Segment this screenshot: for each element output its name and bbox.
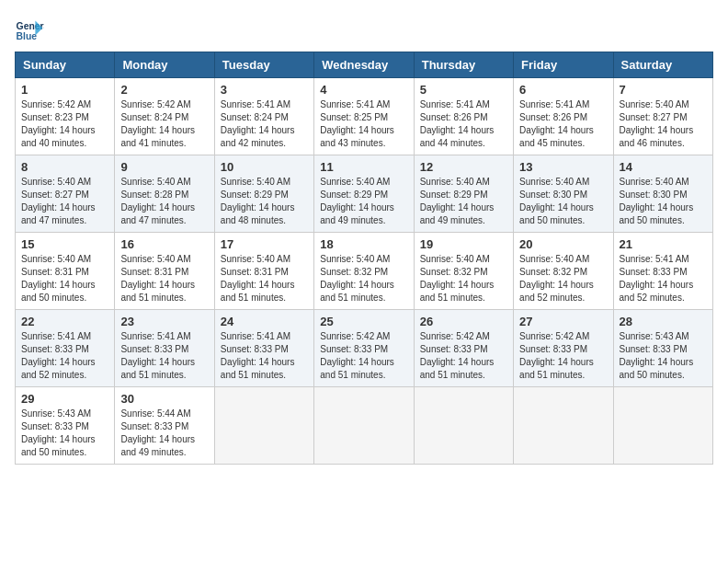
day-info: Sunrise: 5:40 AMSunset: 8:30 PMDaylight:…	[620, 177, 694, 225]
calendar-week-row: 15Sunrise: 5:40 AMSunset: 8:31 PMDayligh…	[16, 233, 713, 310]
weekday-header: Tuesday	[214, 52, 313, 78]
day-number: 5	[420, 83, 507, 97]
day-info: Sunrise: 5:40 AMSunset: 8:27 PMDaylight:…	[21, 177, 96, 225]
day-number: 20	[519, 237, 607, 251]
calendar-cell: 20Sunrise: 5:40 AMSunset: 8:32 PMDayligh…	[514, 233, 613, 310]
calendar-cell	[613, 387, 712, 465]
day-number: 10	[221, 160, 308, 174]
day-number: 1	[21, 83, 108, 97]
day-info: Sunrise: 5:41 AMSunset: 8:33 PMDaylight:…	[620, 254, 694, 303]
calendar-cell	[314, 387, 414, 465]
day-info: Sunrise: 5:40 AMSunset: 8:29 PMDaylight:…	[420, 177, 495, 225]
day-info: Sunrise: 5:41 AMSunset: 8:33 PMDaylight:…	[221, 331, 295, 380]
day-info: Sunrise: 5:43 AMSunset: 8:33 PMDaylight:…	[620, 331, 694, 380]
calendar-cell: 21Sunrise: 5:41 AMSunset: 8:33 PMDayligh…	[613, 233, 712, 310]
page-header: General Blue	[15, 15, 713, 44]
weekday-header: Friday	[514, 52, 613, 78]
day-number: 21	[620, 237, 707, 251]
weekday-header: Wednesday	[314, 52, 414, 78]
calendar-cell: 11Sunrise: 5:40 AMSunset: 8:29 PMDayligh…	[314, 155, 414, 233]
day-info: Sunrise: 5:41 AMSunset: 8:25 PMDaylight:…	[320, 99, 394, 148]
calendar-cell: 8Sunrise: 5:40 AMSunset: 8:27 PMDaylight…	[16, 155, 115, 233]
day-number: 29	[21, 392, 108, 406]
day-number: 4	[320, 83, 407, 97]
day-info: Sunrise: 5:40 AMSunset: 8:31 PMDaylight:…	[221, 254, 295, 303]
day-number: 25	[320, 315, 407, 328]
calendar-cell: 3Sunrise: 5:41 AMSunset: 8:24 PMDaylight…	[214, 78, 313, 155]
day-info: Sunrise: 5:40 AMSunset: 8:28 PMDaylight:…	[120, 177, 195, 225]
calendar-cell: 7Sunrise: 5:40 AMSunset: 8:27 PMDaylight…	[613, 78, 712, 155]
calendar-cell: 16Sunrise: 5:40 AMSunset: 8:31 PMDayligh…	[115, 233, 214, 310]
calendar-cell: 22Sunrise: 5:41 AMSunset: 8:33 PMDayligh…	[16, 310, 115, 387]
calendar-cell: 14Sunrise: 5:40 AMSunset: 8:30 PMDayligh…	[613, 155, 712, 233]
day-number: 11	[320, 160, 407, 174]
day-info: Sunrise: 5:42 AMSunset: 8:33 PMDaylight:…	[320, 331, 394, 380]
calendar-cell: 29Sunrise: 5:43 AMSunset: 8:33 PMDayligh…	[16, 387, 115, 465]
day-info: Sunrise: 5:41 AMSunset: 8:26 PMDaylight:…	[420, 99, 495, 148]
day-info: Sunrise: 5:40 AMSunset: 8:27 PMDaylight:…	[620, 99, 694, 148]
day-number: 12	[420, 160, 507, 174]
day-info: Sunrise: 5:42 AMSunset: 8:33 PMDaylight:…	[420, 331, 495, 380]
day-number: 26	[420, 315, 507, 328]
day-number: 17	[221, 237, 308, 251]
calendar-cell: 4Sunrise: 5:41 AMSunset: 8:25 PMDaylight…	[314, 78, 414, 155]
day-info: Sunrise: 5:41 AMSunset: 8:33 PMDaylight:…	[120, 331, 195, 380]
weekday-header: Thursday	[414, 52, 513, 78]
day-info: Sunrise: 5:41 AMSunset: 8:33 PMDaylight:…	[21, 331, 96, 380]
day-number: 15	[21, 237, 108, 251]
day-number: 9	[120, 160, 208, 174]
day-info: Sunrise: 5:42 AMSunset: 8:24 PMDaylight:…	[120, 99, 195, 148]
day-number: 13	[519, 160, 607, 174]
calendar-cell: 2Sunrise: 5:42 AMSunset: 8:24 PMDaylight…	[115, 78, 214, 155]
day-number: 30	[120, 392, 208, 406]
day-number: 23	[120, 315, 208, 328]
calendar-cell: 26Sunrise: 5:42 AMSunset: 8:33 PMDayligh…	[414, 310, 513, 387]
day-info: Sunrise: 5:41 AMSunset: 8:24 PMDaylight:…	[221, 99, 295, 148]
day-info: Sunrise: 5:40 AMSunset: 8:29 PMDaylight:…	[221, 177, 295, 225]
calendar-cell: 27Sunrise: 5:42 AMSunset: 8:33 PMDayligh…	[514, 310, 613, 387]
day-number: 22	[21, 315, 108, 328]
day-number: 16	[120, 237, 208, 251]
day-info: Sunrise: 5:40 AMSunset: 8:29 PMDaylight:…	[320, 177, 394, 225]
logo-icon: General Blue	[15, 15, 44, 44]
calendar-cell: 6Sunrise: 5:41 AMSunset: 8:26 PMDaylight…	[514, 78, 613, 155]
day-number: 2	[120, 83, 208, 97]
day-info: Sunrise: 5:41 AMSunset: 8:26 PMDaylight:…	[519, 99, 594, 148]
day-number: 28	[620, 315, 707, 328]
calendar-cell: 5Sunrise: 5:41 AMSunset: 8:26 PMDaylight…	[414, 78, 513, 155]
calendar-table: SundayMondayTuesdayWednesdayThursdayFrid…	[15, 52, 713, 465]
calendar-week-row: 29Sunrise: 5:43 AMSunset: 8:33 PMDayligh…	[16, 387, 713, 465]
day-info: Sunrise: 5:44 AMSunset: 8:33 PMDaylight:…	[120, 408, 195, 457]
day-number: 19	[420, 237, 507, 251]
calendar-cell: 1Sunrise: 5:42 AMSunset: 8:23 PMDaylight…	[16, 78, 115, 155]
day-info: Sunrise: 5:42 AMSunset: 8:33 PMDaylight:…	[519, 331, 594, 380]
day-info: Sunrise: 5:40 AMSunset: 8:32 PMDaylight:…	[420, 254, 495, 303]
calendar-cell: 25Sunrise: 5:42 AMSunset: 8:33 PMDayligh…	[314, 310, 414, 387]
logo: General Blue	[15, 15, 44, 44]
calendar-cell: 10Sunrise: 5:40 AMSunset: 8:29 PMDayligh…	[214, 155, 313, 233]
calendar-cell: 9Sunrise: 5:40 AMSunset: 8:28 PMDaylight…	[115, 155, 214, 233]
calendar-cell: 24Sunrise: 5:41 AMSunset: 8:33 PMDayligh…	[214, 310, 313, 387]
calendar-cell: 13Sunrise: 5:40 AMSunset: 8:30 PMDayligh…	[514, 155, 613, 233]
day-number: 18	[320, 237, 407, 251]
day-info: Sunrise: 5:40 AMSunset: 8:32 PMDaylight:…	[320, 254, 394, 303]
calendar-cell: 12Sunrise: 5:40 AMSunset: 8:29 PMDayligh…	[414, 155, 513, 233]
day-number: 14	[620, 160, 707, 174]
calendar-cell: 17Sunrise: 5:40 AMSunset: 8:31 PMDayligh…	[214, 233, 313, 310]
day-number: 3	[221, 83, 308, 97]
day-info: Sunrise: 5:40 AMSunset: 8:31 PMDaylight:…	[21, 254, 96, 303]
calendar-week-row: 8Sunrise: 5:40 AMSunset: 8:27 PMDaylight…	[16, 155, 713, 233]
calendar-cell: 19Sunrise: 5:40 AMSunset: 8:32 PMDayligh…	[414, 233, 513, 310]
calendar-week-row: 22Sunrise: 5:41 AMSunset: 8:33 PMDayligh…	[16, 310, 713, 387]
day-info: Sunrise: 5:40 AMSunset: 8:31 PMDaylight:…	[120, 254, 195, 303]
calendar-header-row: SundayMondayTuesdayWednesdayThursdayFrid…	[16, 52, 713, 78]
day-info: Sunrise: 5:40 AMSunset: 8:30 PMDaylight:…	[519, 177, 594, 225]
calendar-cell: 30Sunrise: 5:44 AMSunset: 8:33 PMDayligh…	[115, 387, 214, 465]
calendar-cell	[514, 387, 613, 465]
calendar-cell: 28Sunrise: 5:43 AMSunset: 8:33 PMDayligh…	[613, 310, 712, 387]
calendar-cell: 18Sunrise: 5:40 AMSunset: 8:32 PMDayligh…	[314, 233, 414, 310]
weekday-header: Saturday	[613, 52, 712, 78]
weekday-header: Sunday	[16, 52, 115, 78]
day-number: 8	[21, 160, 108, 174]
calendar-cell	[214, 387, 313, 465]
